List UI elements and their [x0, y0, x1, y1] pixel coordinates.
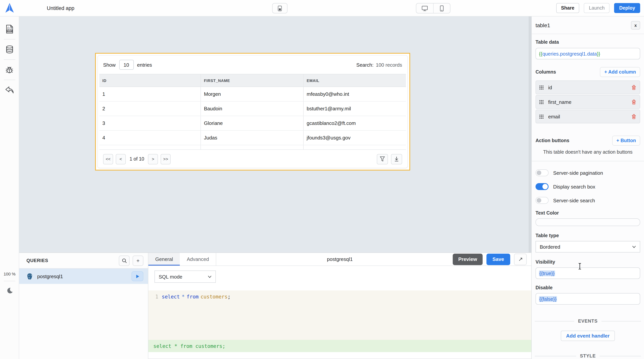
display-search-box-toggle[interactable]	[536, 183, 548, 190]
column-header-email[interactable]: EMAIL	[303, 74, 406, 87]
column-name: first_name	[548, 99, 571, 105]
drag-handle-icon[interactable]	[539, 114, 544, 119]
app-title[interactable]: Untitled app	[47, 5, 74, 11]
table-row[interactable]: 2 Baudoin bstuther1@army.mil	[99, 101, 406, 116]
query-panel: QUERIES + postgresql1	[19, 253, 531, 359]
text-color-label: Text Color	[536, 210, 640, 216]
canvas-scrollbar[interactable]	[528, 16, 531, 253]
table-data-input[interactable]: {{queries.postgresql1.data}}	[536, 48, 640, 59]
cell-email: bstuther1@army.mil	[303, 101, 406, 116]
add-query-button[interactable]: +	[133, 255, 143, 266]
canvas-size-button[interactable]	[272, 3, 288, 13]
text-color-input[interactable]	[536, 218, 640, 226]
download-icon	[394, 156, 399, 162]
preview-button[interactable]: Preview	[453, 253, 482, 265]
divider	[4, 281, 15, 281]
left-sidebar: {:}JSON 100 %	[0, 16, 19, 359]
sidebar-item-debugger[interactable]	[5, 65, 14, 74]
show-label: Show	[103, 62, 116, 68]
device-toggle-group	[416, 3, 450, 13]
cell-id: 3	[99, 116, 200, 130]
column-header-first-name[interactable]: FIRST_NAME	[200, 74, 303, 87]
disable-input[interactable]: {{false}}	[536, 293, 640, 305]
toggle-row-server-side-search: Server-side search	[536, 195, 640, 206]
pagination-first-button[interactable]: <<	[103, 154, 113, 164]
visibility-label: Visibility	[536, 259, 640, 265]
undo-arrow-icon	[5, 86, 14, 94]
style-heading: STYLE	[580, 353, 596, 359]
table-type-select[interactable]: Bordered	[536, 241, 640, 253]
inspector-header: table1 x	[532, 16, 644, 34]
table-header-row: ID FIRST_NAME EMAIL	[99, 74, 406, 87]
save-button[interactable]: Save	[486, 253, 510, 265]
tab-general[interactable]: General	[148, 253, 180, 266]
events-heading: EVENTS	[578, 318, 598, 324]
server-side-search-toggle[interactable]	[536, 197, 548, 204]
download-button[interactable]	[391, 154, 402, 164]
table-row[interactable]: 3 Gloriane gcastiblanco2@ft.com	[99, 116, 406, 131]
table-row[interactable]: 1 Morgen mfeasby0@who.int	[99, 87, 406, 101]
column-item-id[interactable]: id	[536, 80, 640, 94]
expand-editor-button[interactable]	[514, 253, 527, 265]
drag-handle-icon[interactable]	[539, 100, 544, 104]
launch-button[interactable]: Launch	[584, 3, 610, 13]
run-query-button[interactable]	[132, 271, 143, 281]
sidebar-item-inspector[interactable]: {:}JSON	[5, 25, 14, 33]
chevron-down-icon	[208, 275, 212, 278]
sql-keyword: from	[187, 294, 199, 300]
column-item-first-name[interactable]: first_name	[536, 95, 640, 109]
delete-column-button[interactable]	[631, 99, 636, 105]
table-row[interactable]: 4 Judas jfounds3@usgs.gov	[99, 131, 406, 145]
query-mode-select[interactable]: SQL mode	[154, 271, 216, 283]
server-side-pagination-toggle[interactable]	[536, 169, 548, 176]
table-widget[interactable]: Show 10 entries Search: 100 records ID F…	[95, 53, 410, 170]
tab-advanced[interactable]: Advanced	[180, 253, 216, 266]
sidebar-item-datasources[interactable]	[5, 45, 14, 54]
app-builder: Untitled app Share Launch Deploy	[0, 0, 644, 359]
editor-body: SQL mode 1 select*fromcustomers; select …	[148, 266, 531, 359]
mobile-view-button[interactable]	[433, 3, 450, 13]
desktop-view-button[interactable]	[416, 3, 433, 13]
column-item-email[interactable]: email	[536, 110, 640, 123]
visibility-input[interactable]: {{true}}	[536, 267, 640, 279]
divider	[4, 80, 15, 80]
pagination-next-button[interactable]: >	[148, 154, 158, 164]
table-toolbar: Show 10 entries Search: 100 records	[99, 55, 406, 74]
table-search[interactable]: Search: 100 records	[356, 62, 402, 68]
share-button[interactable]: Share	[556, 3, 580, 13]
app-logo-icon[interactable]	[4, 3, 14, 13]
sql-star: *	[182, 294, 185, 300]
zoom-level: 100 %	[4, 272, 16, 276]
page-size-input[interactable]: 10	[119, 60, 134, 70]
table-data-label: Table data	[536, 39, 640, 45]
bug-icon	[5, 65, 14, 74]
sidebar-item-undo[interactable]	[5, 86, 14, 94]
deploy-button[interactable]: Deploy	[614, 3, 640, 13]
cell-first-name: Baudoin	[200, 101, 303, 116]
close-inspector-button[interactable]: x	[631, 21, 640, 29]
filter-button[interactable]	[377, 154, 388, 164]
column-header-id[interactable]: ID	[99, 74, 200, 87]
cell-first-name: Gloriane	[200, 116, 303, 130]
delete-column-button[interactable]	[631, 114, 636, 119]
cell-email: gcastiblanco2@ft.com	[303, 116, 406, 130]
query-list-item-postgresql1[interactable]: postgresql1	[19, 269, 148, 284]
dark-mode-toggle[interactable]	[6, 287, 13, 294]
query-search-button[interactable]	[119, 255, 130, 266]
widget-name[interactable]: table1	[536, 22, 550, 28]
database-icon	[5, 45, 14, 54]
brace: {{	[539, 51, 542, 56]
add-action-button[interactable]: + Button	[612, 136, 640, 146]
code-line: 1 select*fromcustomers;	[152, 294, 531, 300]
disable-label: Disable	[536, 285, 640, 290]
canvas[interactable]: Show 10 entries Search: 100 records ID F…	[19, 16, 531, 253]
entries-label: entries	[137, 62, 152, 68]
delete-column-button[interactable]	[631, 85, 636, 90]
pagination-last-button[interactable]: >>	[160, 154, 170, 164]
pagination-prev-button[interactable]: <	[116, 154, 126, 164]
svg-text:JSON: JSON	[7, 30, 12, 32]
add-column-button[interactable]: + Add column	[600, 67, 640, 77]
drag-handle-icon[interactable]	[539, 85, 544, 89]
add-event-handler-button[interactable]: Add event handler	[561, 331, 615, 341]
sql-code-editor[interactable]: 1 select*fromcustomers;	[148, 290, 531, 340]
